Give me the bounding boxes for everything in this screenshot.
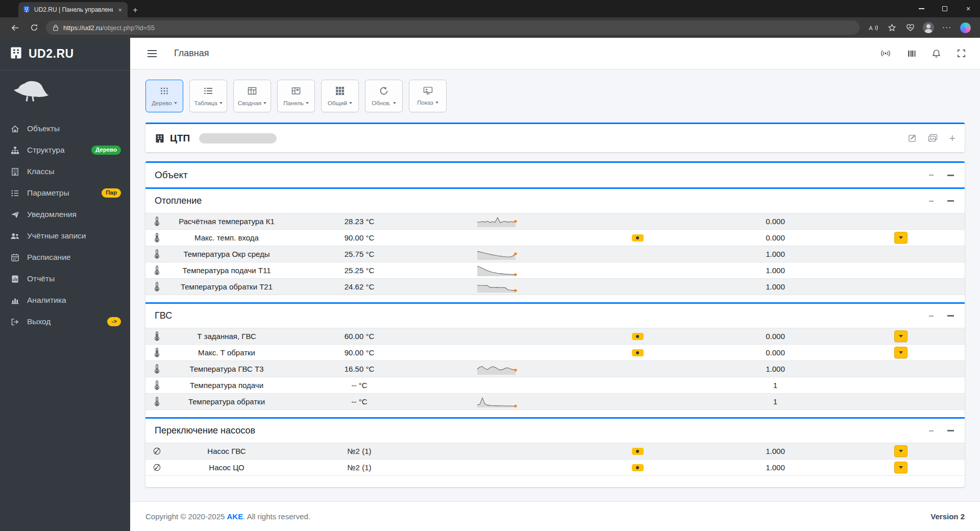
param-name: Насос ГВС bbox=[168, 447, 285, 455]
copilot-icon[interactable] bbox=[958, 20, 973, 35]
sidebar-item-structure[interactable]: Структура Дерево bbox=[4, 140, 126, 160]
header-actions bbox=[880, 49, 966, 58]
window-maximize-button[interactable] bbox=[933, 0, 957, 17]
param-dropdown-button[interactable] bbox=[894, 330, 908, 342]
window-close-button[interactable]: × bbox=[957, 0, 980, 17]
back-button[interactable] bbox=[7, 20, 22, 35]
menu-toggle-icon[interactable] bbox=[144, 46, 160, 61]
param-toggle-cell bbox=[561, 333, 714, 340]
images-button[interactable] bbox=[928, 134, 938, 142]
panel-header: Объект bbox=[145, 163, 965, 187]
param-value: 28.23 °C bbox=[285, 217, 433, 226]
param-sparkline[interactable] bbox=[433, 395, 561, 408]
show-view-icon bbox=[423, 86, 433, 97]
param-sparkline[interactable] bbox=[433, 363, 561, 376]
refresh-button[interactable] bbox=[27, 20, 42, 35]
collapse-button[interactable] bbox=[926, 426, 936, 436]
group-header: Переключение насосов bbox=[145, 419, 965, 443]
sidebar: UD2.RU Объекты Структура Дерево Классы П… bbox=[0, 38, 130, 531]
param-weight: 0.000 bbox=[714, 348, 837, 357]
sidebar-item-objects[interactable]: Объекты bbox=[4, 118, 126, 139]
param-group: ГВС Т заданная, ГВС 60.00 °C 0.000 Макс.… bbox=[145, 302, 965, 410]
toolbar-refresh-button[interactable]: Обнов. bbox=[365, 80, 403, 112]
toolbar-tree-button[interactable]: Дерево bbox=[145, 80, 183, 112]
visibility-toggle[interactable] bbox=[632, 234, 644, 242]
readaloud-icon[interactable]: A bbox=[866, 20, 881, 35]
minimize-button[interactable] bbox=[945, 197, 955, 206]
toolbar-panel-button[interactable]: Панель bbox=[277, 80, 315, 112]
visibility-toggle[interactable] bbox=[632, 333, 644, 340]
window-minimize-button[interactable] bbox=[910, 0, 933, 17]
chevron-down-icon bbox=[899, 450, 903, 452]
broadcast-icon[interactable] bbox=[880, 50, 891, 57]
sidebar-item-accounts[interactable]: Учётные записи bbox=[4, 226, 126, 246]
param-sparkline[interactable] bbox=[433, 248, 561, 261]
param-toggle-cell bbox=[561, 464, 714, 471]
sidebar-item-classes[interactable]: Классы bbox=[4, 161, 126, 182]
sidebar-item-parameters[interactable]: Параметры Пар bbox=[4, 183, 126, 203]
param-sparkline[interactable] bbox=[433, 264, 561, 277]
collapse-button[interactable] bbox=[926, 311, 936, 321]
collapse-button[interactable] bbox=[926, 197, 936, 206]
sidebar-item-notifications[interactable]: Уведомления bbox=[4, 204, 126, 225]
sidebar-item-logout[interactable]: Выход -> bbox=[4, 311, 126, 332]
sidebar-item-analytics[interactable]: Аналитика bbox=[4, 290, 126, 310]
param-action-cell bbox=[837, 347, 965, 358]
param-row: Насос ГВС №2 (1) 1.000 bbox=[145, 443, 965, 459]
bell-icon[interactable] bbox=[932, 49, 941, 58]
visibility-toggle[interactable] bbox=[632, 448, 644, 455]
ake-link[interactable]: AKE bbox=[227, 512, 243, 521]
minimize-button[interactable] bbox=[945, 426, 955, 436]
toolbar-show-button[interactable]: Показ bbox=[409, 80, 447, 112]
page-content: Дерево Таблица Сводная Панель Общий Обно… bbox=[130, 69, 980, 501]
brand[interactable]: UD2.RU bbox=[0, 38, 130, 70]
url-domain: https://ud2.ru bbox=[63, 24, 102, 32]
param-dropdown-button[interactable] bbox=[894, 232, 908, 244]
minimize-button[interactable] bbox=[945, 311, 955, 321]
sidebar-item-reports[interactable]: Отчёты bbox=[4, 269, 126, 289]
visibility-toggle[interactable] bbox=[632, 349, 644, 356]
param-dropdown-button[interactable] bbox=[894, 462, 908, 473]
ellipsis-icon[interactable]: ··· bbox=[939, 20, 954, 35]
address-bar[interactable]: https://ud2.ru/object.php?id=55 bbox=[46, 20, 860, 35]
pump-icon bbox=[145, 463, 168, 472]
essentials-icon[interactable] bbox=[902, 20, 918, 35]
chevron-down-icon bbox=[219, 102, 223, 104]
param-dropdown-button[interactable] bbox=[894, 347, 908, 358]
groups-container: Отопление Расчётная температура К1 28.23… bbox=[145, 187, 965, 476]
fullscreen-icon[interactable] bbox=[957, 49, 966, 58]
avatar-icon[interactable] bbox=[921, 20, 936, 35]
params-icon bbox=[9, 189, 20, 198]
browser-tab[interactable]: UD2.RU | Панель управления × bbox=[18, 2, 128, 17]
toolbar-table-button[interactable]: Таблица bbox=[189, 80, 227, 112]
toolbar-common-button[interactable]: Общий bbox=[321, 80, 359, 112]
param-name: Насос ЦО bbox=[168, 463, 285, 472]
url-text: https://ud2.ru/object.php?id=55 bbox=[63, 24, 155, 32]
param-weight: 1 bbox=[714, 381, 837, 390]
content-header: Главная bbox=[130, 38, 980, 69]
toolbar-pivot-button[interactable]: Сводная bbox=[233, 80, 271, 112]
visibility-toggle[interactable] bbox=[632, 464, 644, 471]
collapse-button[interactable] bbox=[926, 171, 936, 180]
modules-icon[interactable] bbox=[908, 50, 916, 58]
param-action-cell bbox=[837, 232, 965, 244]
copyright-text: Copyright © 2020-2025 AKE. All rights re… bbox=[145, 512, 310, 521]
report-icon bbox=[9, 275, 20, 283]
sidebar-item-schedule[interactable]: Расписание bbox=[4, 247, 126, 268]
refresh-view-icon bbox=[379, 86, 388, 98]
tab-close-icon[interactable]: × bbox=[117, 6, 123, 14]
tree-view-icon bbox=[160, 86, 169, 98]
param-dropdown-button[interactable] bbox=[894, 445, 908, 457]
object-title: ЦТП bbox=[170, 133, 190, 144]
param-sparkline[interactable] bbox=[433, 215, 561, 228]
chevron-down-icon bbox=[899, 466, 903, 469]
new-tab-button[interactable]: + bbox=[128, 3, 143, 17]
param-sparkline[interactable] bbox=[433, 280, 561, 294]
calendar-icon bbox=[9, 253, 20, 262]
sidebar-item-label: Учётные записи bbox=[27, 231, 86, 240]
minimize-button[interactable] bbox=[945, 171, 955, 180]
star-icon[interactable] bbox=[884, 20, 899, 35]
edit-button[interactable] bbox=[908, 134, 917, 142]
copyright-prefix: Copyright © 2020-2025 bbox=[145, 512, 227, 521]
add-button[interactable]: + bbox=[949, 133, 955, 144]
